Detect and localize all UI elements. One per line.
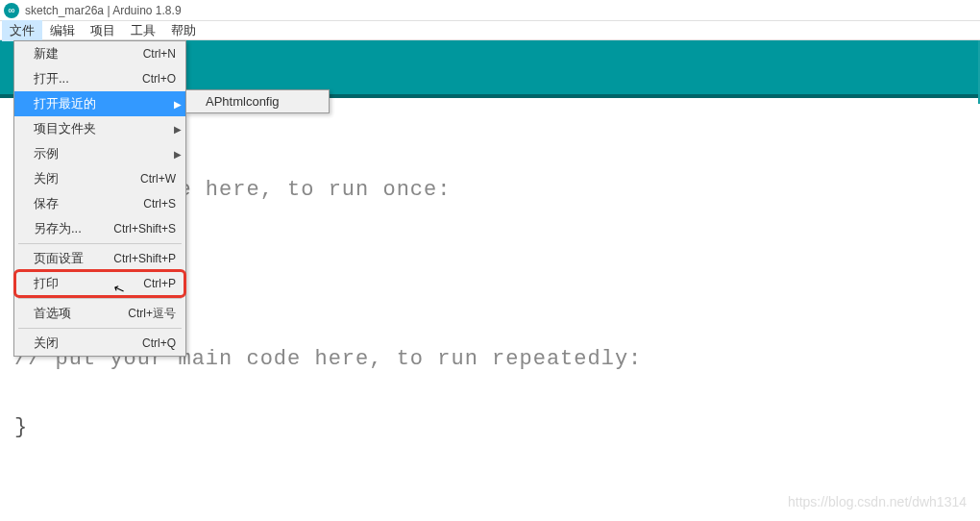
menu-edit[interactable]: 编辑 xyxy=(42,20,83,41)
menu-item-new[interactable]: 新建 Ctrl+N xyxy=(14,41,185,66)
menu-label: 打开... xyxy=(34,70,69,87)
menu-item-page-setup[interactable]: 页面设置 Ctrl+Shift+P xyxy=(14,246,185,271)
menu-shortcut: Ctrl+S xyxy=(143,197,176,211)
menu-label: 项目文件夹 xyxy=(34,120,96,137)
menu-help[interactable]: 帮助 xyxy=(163,20,204,41)
menu-shortcut: Ctrl+N xyxy=(143,47,176,61)
menu-separator xyxy=(18,298,182,299)
menu-label: 示例 xyxy=(34,145,59,162)
menu-file[interactable]: 文件 xyxy=(2,20,42,41)
menu-sketch[interactable]: 项目 xyxy=(83,20,123,41)
menu-label: 另存为... xyxy=(34,220,82,237)
menu-item-quit[interactable]: 关闭 Ctrl+Q xyxy=(14,331,185,356)
menu-shortcut: Ctrl+Shift+S xyxy=(113,222,176,236)
watermark: https://blog.csdn.net/dwh1314 xyxy=(788,494,967,509)
submenu-label: APhtmlconfig xyxy=(206,94,280,109)
menu-shortcut: Ctrl+Q xyxy=(142,336,176,350)
titlebar: sketch_mar26a | Arduino 1.8.9 xyxy=(0,0,980,21)
code-line: } xyxy=(14,415,28,439)
menu-item-examples[interactable]: 示例 ▶ xyxy=(14,141,185,166)
menu-shortcut: Ctrl+O xyxy=(142,72,176,86)
chevron-right-icon: ▶ xyxy=(174,124,182,135)
file-menu-dropdown: 新建 Ctrl+N 打开... Ctrl+O 打开最近的 ▶ 项目文件夹 ▶ 示… xyxy=(13,40,186,357)
menu-label: 新建 xyxy=(34,45,59,62)
menu-item-preferences[interactable]: 首选项 Ctrl+逗号 xyxy=(14,301,185,326)
menu-item-close[interactable]: 关闭 Ctrl+W xyxy=(14,166,185,191)
menu-shortcut: Ctrl+P xyxy=(143,277,176,290)
menu-label: 首选项 xyxy=(34,305,71,322)
menu-label: 页面设置 xyxy=(34,250,84,267)
menu-tools[interactable]: 工具 xyxy=(123,20,163,41)
menu-item-save[interactable]: 保存 Ctrl+S xyxy=(14,191,185,216)
arduino-icon xyxy=(4,3,19,18)
menu-label: 打印 xyxy=(34,275,59,292)
menu-label: 打开最近的 xyxy=(34,95,96,112)
submenu-item-recent[interactable]: APhtmlconfig xyxy=(186,90,329,112)
chevron-right-icon: ▶ xyxy=(174,99,182,110)
menu-shortcut: Ctrl+逗号 xyxy=(128,306,176,322)
menu-shortcut: Ctrl+W xyxy=(140,172,176,186)
open-recent-submenu: APhtmlconfig xyxy=(185,89,330,113)
menu-label: 关闭 xyxy=(34,170,59,187)
menu-separator xyxy=(18,328,182,329)
window-title: sketch_mar26a | Arduino 1.8.9 xyxy=(25,4,182,17)
menu-label: 关闭 xyxy=(34,335,59,352)
menu-separator xyxy=(18,243,182,244)
menu-label: 保存 xyxy=(34,195,59,212)
menubar: 文件 编辑 项目 工具 帮助 xyxy=(0,21,980,40)
menu-item-open-recent[interactable]: 打开最近的 ▶ xyxy=(14,91,185,116)
menu-shortcut: Ctrl+Shift+P xyxy=(113,252,176,265)
menu-item-print[interactable]: 打印 Ctrl+P xyxy=(14,271,185,296)
chevron-right-icon: ▶ xyxy=(174,149,182,160)
menu-item-sketchbook[interactable]: 项目文件夹 ▶ xyxy=(14,116,185,141)
menu-item-save-as[interactable]: 另存为... Ctrl+Shift+S xyxy=(14,216,185,241)
menu-item-open[interactable]: 打开... Ctrl+O xyxy=(14,66,185,91)
